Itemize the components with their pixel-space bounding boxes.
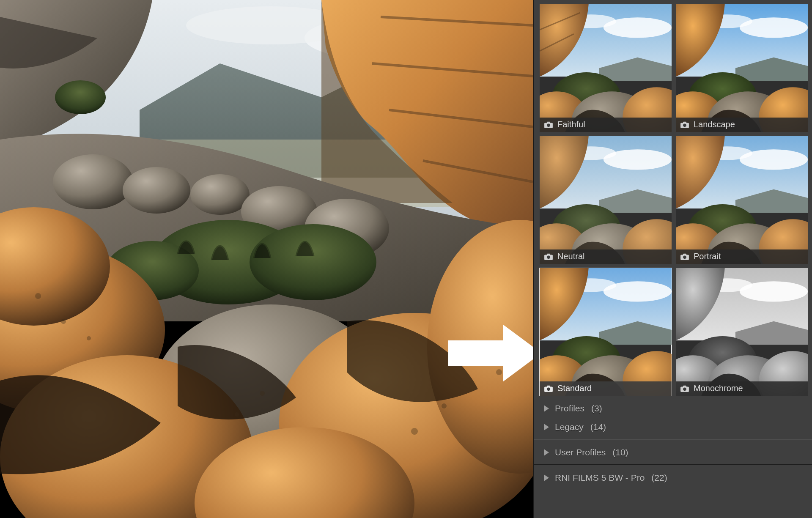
profile-label-row: Portrait [676,249,808,264]
svg-point-26 [260,391,265,396]
folder-legacy[interactable]: Legacy (14) [534,418,812,436]
profile-browser-panel: Faithful [533,0,812,518]
folder-profiles[interactable]: Profiles (3) [534,399,812,418]
profile-label-row: Standard [540,381,672,396]
folder-name: Legacy [555,422,584,432]
profile-label-row: Faithful [540,118,672,132]
svg-point-75 [683,387,686,391]
profile-tile-monochrome[interactable]: Monochrome [676,268,808,396]
svg-point-5 [123,167,190,214]
profile-tile-neutral[interactable]: Neutral [540,136,672,264]
triangle-right-icon [544,449,549,456]
camera-icon [680,385,689,392]
profile-name: Faithful [557,120,585,129]
svg-point-59 [683,255,686,259]
image-preview-pane[interactable] [0,0,533,518]
profile-thumbnail [540,268,672,396]
triangle-right-icon [544,424,549,430]
profile-label-row: Neutral [540,249,672,264]
svg-point-67 [547,387,550,391]
profile-label-row: Monochrome [676,381,808,396]
preview-photo [0,0,533,518]
folder-name: RNI FILMS 5 BW - Pro [555,473,645,483]
svg-point-6 [190,174,250,215]
svg-point-10 [250,224,376,300]
profile-name: Portrait [694,252,721,261]
profile-folders-section: RNI FILMS 5 BW - Pro (22) [534,465,812,487]
svg-point-27 [235,412,239,417]
profile-tile-portrait[interactable]: Portrait [676,136,808,264]
profile-name: Standard [557,384,592,393]
folder-name: Profiles [555,403,584,414]
folder-count: (14) [590,422,606,432]
triangle-right-icon [544,405,549,412]
profile-folders-section: User Profiles (10) [534,440,812,462]
svg-point-23 [411,428,418,435]
folder-name: User Profiles [555,447,606,458]
svg-point-12 [55,80,106,114]
svg-point-25 [496,369,502,375]
camera-icon [680,253,689,260]
svg-point-20 [61,319,66,324]
profile-tile-standard[interactable]: Standard [540,268,672,396]
svg-point-4 [53,154,133,209]
camera-icon [544,253,553,260]
profile-name: Landscape [694,120,735,129]
profile-label-row: Landscape [676,118,808,132]
profile-thumbnail [540,4,672,132]
triangle-right-icon [544,474,549,481]
profile-thumbnail [540,136,672,264]
profile-tile-landscape[interactable]: Landscape [676,4,808,132]
camera-icon [680,121,689,129]
camera-icon [544,385,553,392]
svg-point-22 [35,293,41,299]
profile-tile-faithful[interactable]: Faithful [540,4,672,132]
profile-thumbnail [676,4,808,132]
camera-profiles-grid: Faithful [534,0,812,399]
profile-folders-inline: Profiles (3) Legacy (14) [534,399,812,436]
svg-point-35 [547,123,550,127]
svg-point-24 [442,403,447,408]
profile-thumbnail [676,136,808,264]
folder-count: (3) [591,403,602,414]
profile-name: Neutral [557,252,584,261]
camera-icon [544,121,553,129]
folder-rni-films-bw[interactable]: RNI FILMS 5 BW - Pro (22) [534,469,812,487]
profile-thumbnail [676,268,808,396]
app-root: Faithful [0,0,812,518]
profile-name: Monochrome [694,384,743,393]
svg-point-43 [683,123,686,127]
folder-count: (22) [651,473,667,483]
svg-point-21 [87,336,91,340]
svg-point-51 [547,255,550,259]
folder-count: (10) [612,447,628,458]
folder-user-profiles[interactable]: User Profiles (10) [534,443,812,462]
